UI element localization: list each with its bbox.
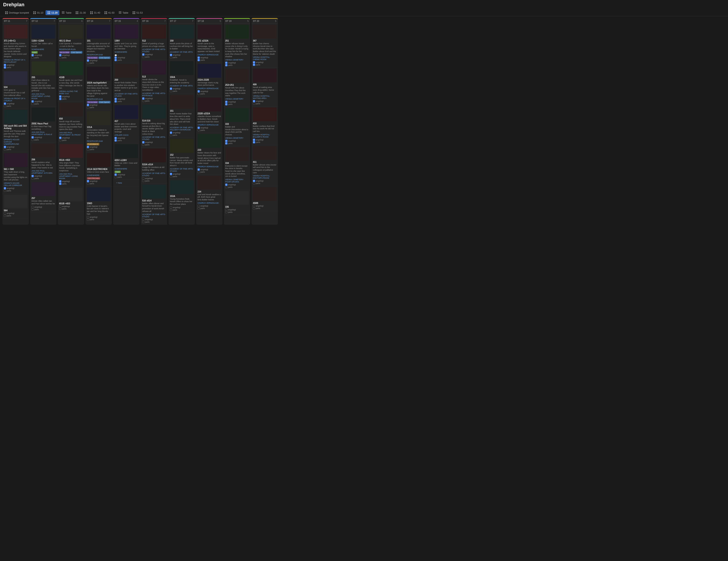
parts-checkbox[interactable] [31,103,34,105]
angelegt-checkbox[interactable] [225,183,227,186]
parts-checkbox[interactable] [253,141,255,143]
angelegt-checkbox[interactable] [253,139,255,141]
nav-item-21-30[interactable]: 21-30 [74,10,87,15]
angelegt-checkbox[interactable] [31,54,34,56]
parts-checkbox[interactable] [114,176,117,178]
angelegt-checkbox[interactable] [253,61,255,63]
parts-checkbox[interactable] [4,148,6,150]
angelegt-checkbox[interactable] [198,127,200,129]
parts-checkbox[interactable] [142,180,144,182]
angelegt-checkbox[interactable] [170,206,172,208]
parts-checkbox[interactable] [253,102,255,105]
angelegt-checkbox[interactable] [87,146,89,148]
parts-checkbox[interactable] [170,209,172,211]
angelegt-checkbox[interactable] [4,212,6,214]
parts-checkbox[interactable] [198,129,200,131]
angelegt-checkbox[interactable] [170,131,172,134]
angelegt-checkbox[interactable] [114,56,117,59]
parts-checkbox[interactable] [142,100,144,102]
parts-checkbox[interactable] [59,98,61,100]
parts-checkbox[interactable] [142,56,144,58]
angelegt-checkbox[interactable] [225,208,227,211]
parts-checkbox[interactable] [114,59,117,61]
parts-checkbox[interactable] [87,218,89,221]
parts-checkbox[interactable] [114,139,117,142]
parts-checkbox[interactable] [4,66,6,69]
parts-checkbox[interactable] [198,93,200,95]
parts-checkbox[interactable] [31,139,34,141]
angelegt-checkbox[interactable] [4,146,6,148]
angelegt-checkbox[interactable] [87,216,89,218]
parts-checkbox[interactable] [31,208,34,210]
angelegt-checkbox[interactable] [198,90,200,92]
angelegt-checkbox[interactable] [87,180,89,182]
parts-checkbox[interactable] [142,144,144,146]
parts-checkbox[interactable] [87,106,89,108]
nav-item-drehtage[interactable]: Drehtage komplett [3,10,31,15]
angelegt-checkbox[interactable] [198,168,200,171]
nav-item-11-20[interactable]: 11-20 [46,10,59,15]
angelegt-checkbox[interactable] [59,95,61,98]
angelegt-checkbox[interactable] [31,206,34,208]
parts-checkbox[interactable] [253,182,255,184]
new-scene-button[interactable]: + New [114,181,138,185]
angelegt-checkbox[interactable] [142,177,144,179]
nav-item-41-50[interactable]: 41-50 [102,10,116,15]
nav-item-51-53[interactable]: 51-53 [131,10,144,15]
angelegt-checkbox[interactable] [4,64,6,66]
parts-checkbox[interactable] [59,183,61,185]
angelegt-checkbox[interactable] [170,87,172,90]
parts-checkbox[interactable] [225,186,227,188]
parts-checkbox[interactable] [198,59,200,61]
angelegt-checkbox[interactable] [225,140,227,142]
parts-checkbox[interactable] [170,90,172,92]
angelegt-checkbox[interactable] [198,205,200,207]
angelegt-checkbox[interactable] [253,180,255,182]
angelegt-checkbox[interactable] [225,62,227,64]
angelegt-checkbox[interactable] [170,173,172,175]
angelegt-checkbox[interactable] [87,104,89,106]
parts-checkbox[interactable] [87,62,89,64]
nav-item-01-10[interactable]: 01-10 [31,10,45,15]
parts-checkbox[interactable] [225,142,227,144]
angelegt-checkbox[interactable] [225,101,227,103]
angelegt-checkbox[interactable] [198,56,200,59]
parts-checkbox[interactable] [225,211,227,213]
angelegt-checkbox[interactable] [59,54,61,56]
parts-checkbox[interactable] [170,134,172,136]
angelegt-checkbox[interactable] [31,175,34,177]
angelegt-checkbox[interactable] [170,54,172,56]
parts-checkbox[interactable] [87,148,89,150]
nav-item-table1[interactable]: Table [60,10,73,15]
angelegt-checkbox[interactable] [4,187,6,189]
parts-checkbox[interactable] [170,175,172,177]
parts-checkbox[interactable] [4,189,6,192]
parts-checkbox[interactable] [142,221,144,223]
angelegt-checkbox[interactable] [114,98,117,100]
angelegt-checkbox[interactable] [31,136,34,138]
parts-checkbox[interactable] [253,64,255,66]
parts-checkbox[interactable] [225,103,227,105]
angelegt-checkbox[interactable] [59,205,61,207]
angelegt-checkbox[interactable] [87,59,89,62]
parts-checkbox[interactable] [225,64,227,66]
angelegt-checkbox[interactable] [142,53,144,56]
angelegt-checkbox[interactable] [253,205,255,207]
parts-checkbox[interactable] [31,177,34,179]
angelegt-checkbox[interactable] [31,100,34,102]
nav-item-table2[interactable]: Table [117,10,130,15]
parts-checkbox[interactable] [4,214,6,217]
parts-checkbox[interactable] [4,105,6,107]
angelegt-checkbox[interactable] [59,137,61,139]
angelegt-checkbox[interactable] [142,97,144,100]
parts-checkbox[interactable] [59,208,61,210]
nav-item-31-40[interactable]: 31-40 [88,10,102,15]
parts-checkbox[interactable] [114,100,117,102]
angelegt-checkbox[interactable] [114,173,117,176]
parts-checkbox[interactable] [198,207,200,209]
parts-checkbox[interactable] [198,171,200,173]
parts-checkbox[interactable] [253,207,255,209]
angelegt-checkbox[interactable] [142,218,144,221]
parts-checkbox[interactable] [59,139,61,141]
angelegt-checkbox[interactable] [253,100,255,102]
